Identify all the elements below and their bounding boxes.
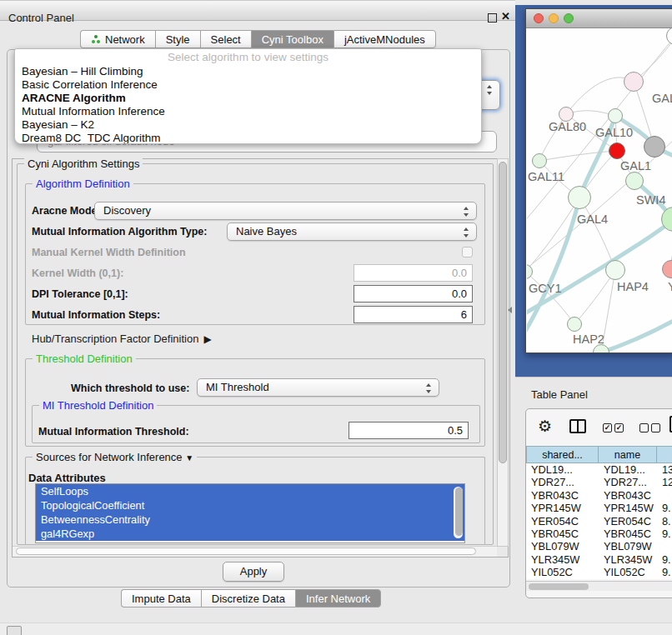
table-cell: YBR043C <box>526 489 599 502</box>
table-cell: YPR145W <box>599 502 657 514</box>
algorithm-option-aracne-algorithm[interactable]: ARACNE Algorithm <box>15 92 481 105</box>
table-row[interactable]: YLR345WYLR345W9. <box>526 553 672 566</box>
attribute-item-selfloops[interactable]: SelfLoops <box>36 484 464 498</box>
tab-select[interactable]: Select <box>200 30 251 48</box>
table-row[interactable]: YER054CYER054C8. <box>526 515 672 528</box>
table-cell: YER054C <box>526 515 599 528</box>
checked-checkbox-icon[interactable]: ✓ <box>614 423 624 432</box>
algorithm-option-mutual-information-inference[interactable]: Mutual Information Inference <box>15 105 481 118</box>
which-threshold-combobox[interactable]: MI Threshold <box>197 378 439 397</box>
table-body: YDL19...YDL19...13YDR27...YDR27...12YBR0… <box>526 463 672 579</box>
bottom-tab-label: Infer Network <box>306 592 370 605</box>
attribute-list-scrollbar-thumb[interactable] <box>455 488 463 536</box>
table-cell: YDL19... <box>599 463 657 476</box>
column-header-a[interactable]: A <box>657 446 672 463</box>
algorithm-popup-placeholder: Select algorithm to view settings <box>15 49 481 65</box>
table-horizontal-scrollbar-thumb[interactable] <box>529 583 589 590</box>
network-canvas[interactable]: GALGAL80GAL10GAL1GAL11GAL4SWI4HAP4YGCY1H… <box>527 28 672 352</box>
dpi-tolerance-input[interactable] <box>354 285 473 302</box>
aracne-mode-combobox[interactable]: Discovery <box>94 202 477 220</box>
hub-transcription-factor-label: Hub/Transcription Factor Definition <box>32 332 198 345</box>
node-gal1[interactable] <box>609 142 625 159</box>
manual-kernel-width-label: Manual Kernel Width Definition <box>32 247 186 258</box>
close-traffic-light-icon[interactable] <box>534 13 544 23</box>
table-horizontal-scrollbar[interactable] <box>526 581 672 591</box>
network-window-titlebar[interactable] <box>526 9 672 28</box>
attribute-item-betweennesscentrality[interactable]: BetweennessCentrality <box>36 512 464 527</box>
apply-button[interactable]: Apply <box>223 562 284 582</box>
table-cell: YBL079W <box>599 540 657 552</box>
split-view-icon[interactable] <box>569 419 586 433</box>
node-gal10[interactable] <box>608 108 623 123</box>
sources-label[interactable]: Sources for Network Inference ▼ <box>33 451 197 463</box>
minimize-traffic-light-icon[interactable] <box>549 13 559 23</box>
table-row[interactable]: YBR045CYBR045C9. <box>526 528 672 540</box>
minimized-panel-button[interactable] <box>7 626 22 635</box>
tab-jactivemnodules[interactable]: jActiveMNodules <box>333 30 436 48</box>
mi-algorithm-type-value: Naive Bayes <box>236 225 297 238</box>
table-header-row: shared...nameA <box>526 446 672 463</box>
node-gal4[interactable] <box>568 186 591 209</box>
network-view-window: GALGAL80GAL10GAL1GAL11GAL4SWI4HAP4YGCY1H… <box>525 8 672 353</box>
bottom-tab-impute-data[interactable]: Impute Data <box>121 589 201 608</box>
node-unlabeled[interactable] <box>625 172 644 190</box>
kernel-width-input[interactable] <box>354 264 473 282</box>
tab-network[interactable]: Network <box>80 30 155 48</box>
algorithm-option-dream8-dc-tdc-algorithm[interactable]: Dream8 DC_TDC Algorithm <box>15 132 481 144</box>
bottom-tab-infer-network[interactable]: Infer Network <box>295 589 381 608</box>
manual-kernel-width-checkbox[interactable] <box>462 247 473 258</box>
settings-vertical-scrollbar-thumb[interactable] <box>499 162 507 463</box>
kernel-width-field-wrap <box>354 264 473 282</box>
expand-down-icon: ▼ <box>185 453 193 462</box>
close-icon[interactable]: ✕ <box>501 10 510 22</box>
panel-collapse-arrow-icon[interactable] <box>508 307 512 313</box>
bottom-tab-discretize-data[interactable]: Discretize Data <box>201 589 295 608</box>
column-header-shared[interactable]: shared... <box>526 446 599 463</box>
algorithm-dropdown-popup: Select algorithm to view settings Bayesi… <box>14 48 482 144</box>
algorithm-option-bayesian-k2[interactable]: Bayesian – K2 <box>15 118 481 132</box>
table-row[interactable]: YDR27...YDR27...12 <box>526 476 672 488</box>
tab-cyni-toolbox[interactable]: Cyni Toolbox <box>251 30 333 48</box>
combo-arrows-icon <box>486 84 492 96</box>
node-gal[interactable] <box>624 72 644 92</box>
node-unlabeled[interactable] <box>644 136 665 158</box>
algorithm-option-basic-correlation-inference[interactable]: Basic Correlation Inference <box>15 78 481 92</box>
table-cell: YBR043C <box>599 489 657 502</box>
control-panel-tabbar: NetworkStyleSelectCyni ToolboxjActiveMNo… <box>80 30 436 48</box>
mi-algorithm-type-combobox[interactable]: Naive Bayes <box>227 222 477 241</box>
table-row[interactable]: YIL052CYIL052C9. <box>526 566 672 578</box>
tab-label: Cyni Toolbox <box>262 33 323 46</box>
unchecked-checkbox-icon[interactable] <box>651 423 660 432</box>
table-row[interactable]: YDL19...YDL19...13 <box>526 463 672 476</box>
node-label-y: Y <box>668 280 672 293</box>
node-hap4[interactable] <box>605 260 625 280</box>
table-row[interactable]: YPR145WYPR145W9. <box>526 502 672 514</box>
mi-threshold-definition-label: MI Threshold Definition <box>39 399 157 412</box>
table-row[interactable]: YBL079WYBL079W <box>526 540 672 552</box>
zoom-traffic-light-icon[interactable] <box>564 13 574 23</box>
node-gal11[interactable] <box>532 153 547 168</box>
bottom-tab-label: Discretize Data <box>212 592 285 605</box>
unchecked-checkbox-icon[interactable] <box>639 423 649 432</box>
mi-steps-input[interactable] <box>354 306 473 323</box>
float-window-icon[interactable] <box>488 13 497 22</box>
node-hap2[interactable] <box>567 317 582 332</box>
tab-style[interactable]: Style <box>155 30 200 48</box>
attribute-item-topologicalcoefficient[interactable]: TopologicalCoefficient <box>36 498 464 512</box>
aracne-mode-label: Aracne Mode: <box>32 205 101 217</box>
attribute-item-gal4rgexp[interactable]: gal4RGexp <box>36 527 464 541</box>
table-row[interactable]: YBR043CYBR043C <box>526 489 672 502</box>
algorithm-option-bayesian-hill-climbing[interactable]: Bayesian – Hill Climbing <box>15 65 481 78</box>
table-cell: YIL052C <box>526 566 599 578</box>
table-cell: YDR27... <box>526 476 599 488</box>
tab-label: Network <box>105 33 145 46</box>
application-root: Control Panel ✕ NetworkStyleSelectCyni T… <box>0 0 672 635</box>
checked-checkbox-icon[interactable]: ✓ <box>603 423 612 432</box>
tab-label: jActiveMNodules <box>344 33 425 46</box>
gear-icon[interactable]: ⚙ <box>538 417 552 436</box>
hub-transcription-factor-expander[interactable]: Hub/Transcription Factor Definition▶ <box>32 332 212 345</box>
settings-horizontal-scrollbar-thumb[interactable] <box>16 548 476 555</box>
mi-steps-label: Mutual Information Steps: <box>32 309 160 321</box>
column-header-name[interactable]: name <box>599 446 657 463</box>
mi-threshold-input[interactable] <box>349 422 469 439</box>
